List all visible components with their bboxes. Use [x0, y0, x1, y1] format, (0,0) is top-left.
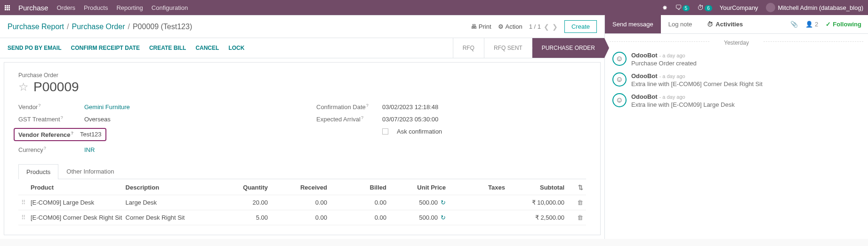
- activities-icon[interactable]: 6: [697, 4, 712, 11]
- log-time: - a day ago: [659, 94, 685, 100]
- print-icon: 🖶: [471, 23, 477, 30]
- send-po-button[interactable]: SEND PO BY EMAIL: [8, 45, 61, 51]
- log-author[interactable]: OdooBot: [631, 72, 658, 79]
- status-purchase-order[interactable]: PURCHASE ORDER: [532, 38, 604, 58]
- bot-avatar: ☺: [612, 52, 627, 66]
- label-expected: Expected Arrival: [316, 115, 378, 123]
- log-time: - a day ago: [659, 53, 685, 58]
- log-text: Extra line with [E-COM09] Large Desk: [631, 101, 735, 108]
- row-description[interactable]: Corner Desk Right Sit: [126, 214, 209, 221]
- favorite-star-icon[interactable]: ☆: [18, 80, 29, 94]
- refresh-price-icon[interactable]: ↻: [441, 199, 446, 206]
- send-message-button[interactable]: Send message: [605, 15, 661, 33]
- col-subtotal: Subtotal: [505, 184, 564, 191]
- confirm-receipt-date-button[interactable]: CONFIRM RECEIPT DATE: [71, 45, 139, 51]
- row-received[interactable]: 0.00: [268, 214, 327, 221]
- company-name[interactable]: YourCompany: [720, 4, 758, 11]
- user-name[interactable]: Mitchell Admin (database_blog): [778, 4, 863, 11]
- label-currency: Currency: [18, 146, 80, 153]
- create-bill-button[interactable]: CREATE BILL: [149, 45, 186, 51]
- cancel-button[interactable]: CANCEL: [195, 45, 219, 51]
- app-title[interactable]: Purchase: [18, 4, 48, 12]
- status-rfq[interactable]: RFQ: [453, 38, 484, 58]
- label-vendor-ref: Vendor Reference: [18, 131, 73, 138]
- column-options-icon[interactable]: ⇅: [578, 184, 583, 191]
- row-product[interactable]: [E-COM06] Corner Desk Right Sit: [31, 214, 126, 221]
- pager-text: 1 / 1: [529, 23, 541, 30]
- top-navbar: Purchase Orders Products Reporting Confi…: [0, 0, 868, 15]
- breadcrumb-root[interactable]: Purchase Report: [8, 23, 64, 31]
- vendor-field[interactable]: Gemini Furniture: [84, 103, 130, 111]
- row-subtotal: ₹ 2,500.00: [505, 214, 564, 221]
- log-note-button[interactable]: Log note: [661, 15, 700, 33]
- attachment-icon[interactable]: 📎: [790, 21, 798, 28]
- label-ask-confirmation: Ask confirmation: [397, 128, 442, 135]
- tab-products[interactable]: Products: [18, 164, 58, 179]
- followers-count[interactable]: 👤 2: [805, 21, 818, 28]
- clock-icon: ⏱: [707, 21, 713, 28]
- bot-avatar: ☺: [612, 72, 627, 87]
- tab-other-information[interactable]: Other Information: [58, 164, 122, 179]
- vendor-reference-field[interactable]: Test123: [80, 131, 102, 138]
- log-item: ☺ OdooBot- a day ago Extra line with [E-…: [605, 70, 868, 90]
- drag-handle-icon[interactable]: ⠿: [21, 214, 31, 221]
- col-quantity: Quantity: [209, 184, 268, 191]
- row-subtotal: ₹ 10,000.00: [505, 199, 564, 206]
- row-received[interactable]: 0.00: [268, 199, 327, 206]
- currency-field[interactable]: INR: [84, 146, 95, 153]
- action-button[interactable]: ⚙Action: [498, 23, 522, 30]
- log-author[interactable]: OdooBot: [631, 93, 658, 100]
- check-icon: ✓: [826, 21, 831, 28]
- row-unit-price[interactable]: 500.00↻: [386, 199, 446, 206]
- gear-icon: ⚙: [498, 23, 504, 30]
- pager-prev[interactable]: ❮: [544, 23, 549, 31]
- col-taxes: Taxes: [446, 184, 505, 191]
- drag-handle-icon[interactable]: ⠿: [21, 199, 31, 206]
- row-product[interactable]: [E-COM09] Large Desk: [31, 199, 126, 206]
- messages-badge: 5: [683, 5, 690, 11]
- debug-icon[interactable]: [662, 4, 667, 11]
- create-button[interactable]: Create: [564, 20, 597, 33]
- menu-reporting[interactable]: Reporting: [116, 4, 143, 11]
- row-unit-price[interactable]: 500.00↻: [386, 214, 446, 221]
- table-row[interactable]: ⠿ [E-COM06] Corner Desk Right Sit Corner…: [18, 210, 586, 225]
- log-time: - a day ago: [659, 73, 685, 79]
- row-billed[interactable]: 0.00: [327, 214, 386, 221]
- delete-row-icon[interactable]: 🗑: [577, 214, 583, 221]
- activities-button[interactable]: ⏱Activities: [699, 15, 750, 33]
- lock-button[interactable]: LOCK: [228, 45, 244, 51]
- expected-arrival-field[interactable]: 03/07/2023 05:30:00: [382, 116, 438, 123]
- log-day-label: Yesterday: [605, 34, 868, 49]
- label-vendor: Vendor: [18, 103, 80, 111]
- form-sheet: Purchase Order ☆ P00009 VendorGemini Fur…: [4, 62, 601, 235]
- user-avatar[interactable]: [766, 3, 775, 12]
- ask-confirmation-checkbox[interactable]: [382, 128, 388, 135]
- breadcrumb-mid[interactable]: Purchase Order: [72, 23, 125, 31]
- label-gst: GST Treatment: [18, 115, 80, 123]
- print-button[interactable]: 🖶Print: [471, 23, 491, 30]
- label-confirm-date: Confirmation Date: [316, 103, 378, 111]
- col-received: Received: [268, 184, 327, 191]
- status-rfq-sent[interactable]: RFQ SENT: [484, 38, 532, 58]
- row-quantity[interactable]: 20.00: [209, 199, 268, 206]
- breadcrumb-current: P00009 (Test123): [133, 23, 192, 31]
- row-quantity[interactable]: 5.00: [209, 214, 268, 221]
- following-button[interactable]: ✓Following: [826, 21, 861, 28]
- pager-next[interactable]: ❯: [552, 23, 558, 31]
- confirm-date-field[interactable]: 03/02/2023 12:18:48: [382, 103, 438, 111]
- col-description: Description: [126, 184, 209, 191]
- row-billed[interactable]: 0.00: [327, 199, 386, 206]
- row-description[interactable]: Large Desk: [126, 199, 209, 206]
- menu-products[interactable]: Products: [84, 4, 108, 11]
- refresh-price-icon[interactable]: ↻: [441, 214, 446, 221]
- table-row[interactable]: ⠿ [E-COM09] Large Desk Large Desk 20.00 …: [18, 195, 586, 210]
- log-author[interactable]: OdooBot: [631, 52, 658, 59]
- menu-orders[interactable]: Orders: [56, 4, 75, 11]
- apps-icon[interactable]: [5, 5, 10, 10]
- col-unit-price: Unit Price: [386, 184, 446, 191]
- messages-icon[interactable]: 5: [675, 4, 690, 11]
- menu-configuration[interactable]: Configuration: [152, 4, 188, 11]
- activities-badge: 6: [705, 5, 712, 11]
- gst-field[interactable]: Overseas: [84, 116, 111, 123]
- delete-row-icon[interactable]: 🗑: [577, 199, 583, 206]
